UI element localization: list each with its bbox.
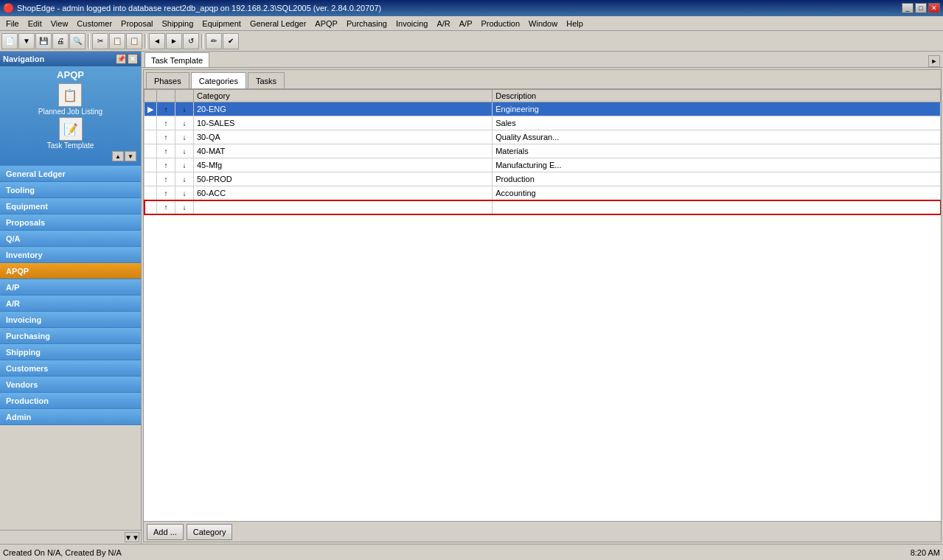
menu-file[interactable]: File [1,18,24,29]
menu-shipping[interactable]: Shipping [157,18,198,29]
up-arrow-button[interactable]: ↑ [160,132,172,142]
new-row-description[interactable] [493,200,941,214]
row-up-arrow[interactable]: ↑ [157,186,175,200]
toolbar-back[interactable]: ◄ [149,33,165,49]
toolbar-print[interactable]: 🖨 [52,33,69,49]
up-arrow-button[interactable]: ↑ [160,160,172,170]
task-template-item[interactable]: 📝 Task Template [47,117,94,150]
sidebar-item-proposals[interactable]: Proposals [0,214,141,231]
sidebar-scroll-down-icon[interactable]: ▼▼ [125,532,139,542]
sidebar-item-equipment[interactable]: Equipment [0,198,141,214]
down-arrow-button[interactable]: ↓ [178,160,190,170]
category-button[interactable]: Category [187,524,233,540]
down-arrow-button[interactable]: ↓ [178,104,190,114]
table-row[interactable]: ↑↓10-SALESSales [145,116,941,130]
sidebar-item-purchasing[interactable]: Purchasing [0,328,141,344]
menu-production[interactable]: Production [476,18,524,29]
toolbar-forward[interactable]: ► [166,33,182,49]
toolbar-refresh[interactable]: ↺ [183,33,199,49]
new-row-up[interactable]: ↑ [157,200,175,214]
sidebar-item-qa[interactable]: Q/A [0,231,141,247]
nav-pin-button[interactable]: 📌 [116,54,126,64]
sidebar-item-customers[interactable]: Customers [0,360,141,377]
sidebar-item-shipping[interactable]: Shipping [0,344,141,360]
add-button[interactable]: Add ... [147,524,184,540]
menu-customer[interactable]: Customer [72,18,116,29]
toolbar-save[interactable]: 💾 [35,33,52,49]
apqp-scroll-down[interactable]: ▼ [125,151,136,161]
sidebar-item-ar[interactable]: A/R [0,295,141,312]
menu-apqp[interactable]: APQP [310,18,342,29]
sidebar-item-vendors[interactable]: Vendors [0,377,141,393]
down-arrow-button[interactable]: ↓ [178,174,190,184]
row-up-arrow[interactable]: ↑ [157,158,175,172]
row-down-arrow[interactable]: ↓ [175,130,194,144]
row-down-arrow[interactable]: ↓ [175,172,194,186]
table-new-row[interactable]: ↑↓ [145,200,941,214]
row-down-arrow[interactable]: ↓ [175,158,194,172]
row-up-arrow[interactable]: ↑ [157,172,175,186]
up-arrow-button[interactable]: ↑ [160,146,172,156]
menu-purchasing[interactable]: Purchasing [342,18,392,29]
new-row-down[interactable]: ↓ [175,200,194,214]
row-up-arrow[interactable]: ↑ [157,116,175,130]
table-row[interactable]: ↑↓40-MATMaterials [145,144,941,158]
down-arrow-button[interactable]: ↓ [178,146,190,156]
row-up-arrow[interactable]: ↑ [157,130,175,144]
row-down-arrow[interactable]: ↓ [175,102,194,116]
menu-window[interactable]: Window [524,18,562,29]
menu-proposal[interactable]: Proposal [116,18,157,29]
menu-edit[interactable]: Edit [24,18,46,29]
row-up-arrow[interactable]: ↑ [157,144,175,158]
toolbar-new[interactable]: 📄 [1,33,18,49]
down-arrow-button[interactable]: ↓ [178,118,190,128]
tab-expand-button[interactable]: ► [928,55,940,67]
table-row[interactable]: ↑↓30-QAQuality Assuran... [145,130,941,144]
sidebar-item-apqp[interactable]: APQP [0,263,141,279]
sidebar-item-general-ledger[interactable]: General Ledger [0,166,141,182]
sub-tab-phases[interactable]: Phases [146,72,189,88]
table-row[interactable]: ↑↓45-MfgManufacturing E... [145,158,941,172]
minimize-button[interactable]: _ [902,3,914,13]
sub-tab-categories[interactable]: Categories [191,72,246,88]
new-row-down-button[interactable]: ↓ [178,202,190,212]
table-row[interactable]: ↑↓60-ACCAccounting [145,186,941,200]
sidebar-item-admin[interactable]: Admin [0,409,141,425]
sidebar-item-invoicing[interactable]: Invoicing [0,312,141,328]
toolbar-paste[interactable]: 📋 [126,33,142,49]
down-arrow-button[interactable]: ↓ [178,132,190,142]
toolbar-copy[interactable]: 📋 [109,33,125,49]
nav-close-button[interactable]: ✕ [128,54,138,64]
sidebar-item-production[interactable]: Production [0,393,141,409]
menu-ar[interactable]: A/R [432,18,454,29]
sidebar-item-inventory[interactable]: Inventory [0,247,141,263]
toolbar-action2[interactable]: ✔ [223,33,239,49]
menu-help[interactable]: Help [562,18,588,29]
up-arrow-button[interactable]: ↑ [160,118,172,128]
new-row-up-button[interactable]: ↑ [160,202,172,212]
sidebar-item-ap[interactable]: A/P [0,279,141,295]
menu-equipment[interactable]: Equipment [198,18,246,29]
planned-job-listing-item[interactable]: 📋 Planned Job Listing [38,83,102,116]
table-row[interactable]: ▶↑↓20-ENGEngineering [145,102,941,116]
maximize-button[interactable]: □ [915,3,927,13]
toolbar-action1[interactable]: ✏ [206,33,222,49]
toolbar-cut[interactable]: ✂ [92,33,108,49]
row-down-arrow[interactable]: ↓ [175,144,194,158]
menu-invoicing[interactable]: Invoicing [392,18,432,29]
new-row-category[interactable] [194,200,493,214]
down-arrow-button[interactable]: ↓ [178,188,190,198]
row-down-arrow[interactable]: ↓ [175,116,194,130]
menu-ap[interactable]: A/P [455,18,477,29]
up-arrow-button[interactable]: ↑ [160,104,172,114]
up-arrow-button[interactable]: ↑ [160,174,172,184]
menu-general-ledger[interactable]: General Ledger [246,18,310,29]
row-down-arrow[interactable]: ↓ [175,186,194,200]
sidebar-item-tooling[interactable]: Tooling [0,182,141,198]
apqp-scroll-up[interactable]: ▲ [112,151,124,161]
toolbar-preview[interactable]: 🔍 [69,33,86,49]
menu-view[interactable]: View [46,18,73,29]
close-button[interactable]: ✕ [928,3,940,13]
task-template-tab[interactable]: Task Template [145,52,209,67]
row-up-arrow[interactable]: ↑ [157,102,175,116]
